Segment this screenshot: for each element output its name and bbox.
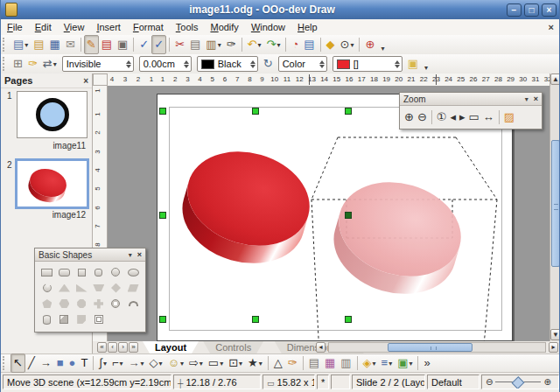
dropdown-icon[interactable]: ▾ — [218, 41, 221, 49]
effects-button[interactable]: ◈▾ — [360, 354, 379, 373]
shape-ellipse-button[interactable] — [124, 265, 142, 279]
connector-tool[interactable]: ⌐▾ — [109, 354, 126, 373]
zoom-panel-titlebar[interactable]: Zoom ▾ × — [400, 93, 542, 106]
next-page-button[interactable]: › — [118, 342, 128, 353]
rectangle-tool[interactable]: ■ — [54, 354, 66, 373]
navigator-button[interactable]: ◆ — [324, 35, 338, 54]
spinner-icon[interactable] — [250, 60, 256, 68]
autospellcheck-button[interactable]: ✓ — [151, 35, 166, 54]
shape-cylinder-button[interactable] — [38, 312, 56, 326]
paste-button[interactable]: ▥▾ — [203, 35, 223, 54]
dropdown-icon[interactable]: ▾ — [276, 41, 280, 49]
menu-file[interactable]: File — [1, 21, 29, 33]
line-style-select[interactable]: Invisible — [62, 56, 134, 72]
zoom-button[interactable]: ⊙▾ — [338, 35, 357, 54]
panel-dropdown-icon[interactable]: ▾ — [129, 251, 132, 259]
vertical-scrollbar[interactable]: ▲ ▼ — [550, 74, 560, 341]
page-sheet[interactable] — [157, 94, 513, 341]
dropdown-icon[interactable]: ▾ — [220, 360, 223, 368]
tab-layout[interactable]: Layout — [143, 341, 199, 354]
scroll-left-icon[interactable]: ◂ — [316, 342, 326, 353]
dropdown-icon[interactable]: ▾ — [259, 360, 262, 368]
chart-button[interactable]: ◔ — [289, 35, 301, 54]
menu-window[interactable]: Window — [245, 21, 291, 33]
line-dialog-button[interactable]: ⊞ — [10, 54, 25, 74]
pages-panel-close-icon[interactable]: × — [83, 76, 88, 86]
stars-tool[interactable]: ★▾ — [245, 354, 265, 373]
copy-button[interactable]: ▤ — [187, 35, 203, 54]
rotate-button[interactable]: ↻ — [261, 54, 276, 74]
horizontal-scroll-thumb[interactable] — [388, 343, 472, 352]
shape-folded-corner-button[interactable] — [73, 312, 90, 326]
alignment-button[interactable]: ≡▾ — [379, 354, 396, 373]
dropdown-icon[interactable]: ▾ — [103, 360, 107, 368]
spellcheck-button[interactable]: ✓ — [136, 35, 151, 54]
toolbar-grip[interactable] — [3, 356, 7, 370]
text-tool[interactable]: T — [78, 354, 90, 373]
shape-cube-button[interactable] — [56, 312, 74, 326]
horizontal-scrollbar[interactable] — [328, 342, 546, 353]
shape-hexagon-button[interactable] — [56, 297, 74, 311]
page-thumbnail-image11[interactable] — [17, 91, 88, 138]
flowchart-tool[interactable]: ▭▾ — [206, 354, 226, 373]
curve-tool[interactable]: ∫▾ — [96, 354, 109, 373]
shape-circle-button[interactable] — [108, 265, 125, 279]
shape-rectangle-button[interactable] — [38, 265, 56, 279]
dropdown-icon[interactable]: ▾ — [409, 360, 412, 368]
basic-shapes-tool[interactable]: ◇▾ — [147, 354, 165, 373]
menu-modify[interactable]: Modify — [204, 21, 244, 33]
dropdown-icon[interactable]: ▾ — [141, 360, 144, 368]
shape-rounded-rectangle-button[interactable] — [56, 265, 74, 279]
arrange-button[interactable]: ▣▾ — [395, 354, 415, 373]
menu-insert[interactable]: Insert — [90, 21, 127, 33]
glue-points-button[interactable]: ✑ — [285, 354, 300, 373]
shadow-button[interactable]: ▣ — [405, 54, 421, 74]
zoom-in-button[interactable]: ⊕ — [402, 108, 416, 127]
spinner-icon[interactable] — [319, 60, 325, 68]
status-style[interactable]: Default — [427, 374, 480, 389]
cut-button[interactable]: ✂ — [172, 35, 187, 54]
edit-file-button[interactable]: ✎ — [84, 35, 99, 54]
shape-trapezoid-button[interactable] — [90, 281, 108, 295]
tab-controls[interactable]: Controls — [203, 341, 263, 354]
shape-ring-button[interactable] — [108, 297, 125, 311]
shape-rounded-square-button[interactable] — [90, 265, 108, 279]
select-tool[interactable]: ↖ — [10, 354, 25, 373]
minimize-button[interactable]: − — [507, 4, 522, 17]
dropdown-icon[interactable]: ▾ — [388, 360, 392, 368]
drawbar-more-button[interactable]: » — [421, 354, 432, 373]
line-color-select[interactable]: Black — [197, 56, 258, 72]
zoom-panel-close-icon[interactable]: × — [534, 94, 538, 103]
symbol-shapes-tool[interactable]: ☺▾ — [165, 354, 186, 373]
zoom-previous-button[interactable]: ◂ — [448, 108, 458, 127]
fill-type-select[interactable]: Color — [278, 56, 327, 72]
menu-edit[interactable]: Edit — [29, 21, 58, 33]
dropdown-icon[interactable]: ▾ — [257, 41, 261, 49]
dropdown-icon[interactable]: ▾ — [53, 60, 57, 68]
zoom-in-icon[interactable]: ⊕ — [543, 375, 550, 389]
document-as-email-button[interactable]: ✉ — [63, 35, 78, 54]
toolbar-grip[interactable] — [3, 57, 7, 71]
lines-arrows-tool[interactable]: →▾ — [126, 354, 147, 373]
zoom-100-button[interactable]: ① — [435, 108, 449, 127]
insert-button[interactable]: ▤ — [306, 354, 322, 373]
zoom-page-button[interactable]: ▭ — [467, 108, 481, 127]
zoom-next-button[interactable]: ▸ — [458, 108, 467, 127]
maximize-button[interactable]: □ — [524, 4, 539, 17]
edit-points-button[interactable]: △ — [271, 354, 285, 373]
close-document-icon[interactable]: × — [549, 22, 554, 32]
callouts-tool[interactable]: ⊡▾ — [226, 354, 245, 373]
line-width-input[interactable]: 0.00cm — [139, 56, 192, 72]
spinner-icon[interactable] — [126, 60, 131, 68]
fill-color-select[interactable]: [] — [332, 56, 402, 72]
zoom-slider-thumb[interactable] — [512, 376, 525, 389]
previous-page-button[interactable]: ‹ — [108, 342, 117, 353]
format-paintbrush-button[interactable]: ✑ — [224, 35, 239, 54]
line-arrow-tool[interactable]: → — [38, 354, 54, 373]
dropdown-icon[interactable]: ▾ — [24, 41, 28, 49]
toolbar-overflow-icon[interactable]: ▾ — [381, 45, 384, 54]
save-button[interactable]: ▦ — [47, 35, 63, 54]
dropdown-icon[interactable]: ▾ — [200, 360, 203, 368]
dropdown-icon[interactable]: ▾ — [373, 360, 376, 368]
disc-red[interactable] — [24, 164, 69, 206]
